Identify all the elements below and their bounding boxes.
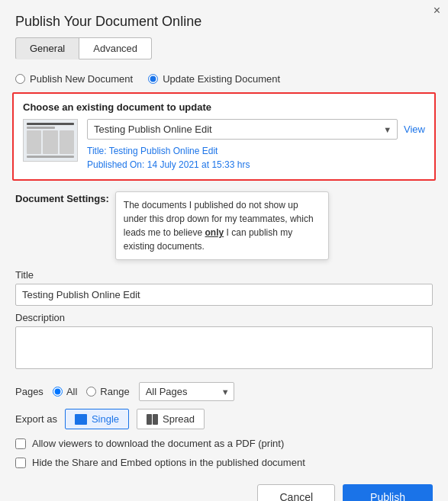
checkbox-hide-row: Hide the Share and Embed options in the … <box>0 453 448 472</box>
tab-general[interactable]: General <box>15 37 79 59</box>
description-field-section: Description <box>0 309 448 374</box>
pages-all-radio[interactable] <box>53 387 63 397</box>
dialog-footer: Cancel Publish <box>0 472 448 501</box>
publish-dialog: × Publish Your Document Online General A… <box>0 0 448 501</box>
doc-thumbnail <box>23 119 78 162</box>
checkbox-hide-label[interactable]: Hide the Share and Embed options in the … <box>32 457 305 468</box>
meta-title: Title: Testing Publish Online Edit <box>87 144 425 158</box>
title-label: Title <box>15 269 433 281</box>
description-input[interactable] <box>15 326 433 369</box>
thumb-line-2 <box>27 127 55 129</box>
pages-row: Pages All Range All Pages Custom Range ▼ <box>0 374 448 404</box>
pages-all-label[interactable]: All <box>53 386 77 397</box>
thumb-line-3 <box>27 156 74 158</box>
cancel-button[interactable]: Cancel <box>257 484 335 501</box>
tab-advanced[interactable]: Advanced <box>79 37 152 59</box>
thumb-line-1 <box>27 123 74 125</box>
radio-new-label[interactable]: Publish New Document <box>15 73 133 85</box>
existing-document-box: Choose an existing document to update <box>12 92 436 181</box>
existing-box-content: Testing Publish Online Edit ▼ View Title… <box>23 119 425 172</box>
existing-box-title: Choose an existing document to update <box>23 101 425 113</box>
doc-meta: Title: Testing Publish Online Edit Publi… <box>87 144 425 172</box>
dialog-title: Publish Your Document Online <box>0 0 448 37</box>
radio-new[interactable] <box>15 74 25 84</box>
radio-existing-label[interactable]: Update Existing Document <box>148 73 280 85</box>
thumb-col-2 <box>43 130 57 154</box>
title-input[interactable] <box>15 284 433 306</box>
thumb-col-1 <box>27 130 41 154</box>
pages-select-wrapper: All Pages Custom Range ▼ <box>139 382 234 401</box>
pages-label: Pages <box>15 386 44 397</box>
doc-select[interactable]: Testing Publish Online Edit <box>87 119 398 140</box>
export-single-button[interactable]: Single <box>65 409 129 429</box>
export-row: Export as Single Spread <box>0 404 448 434</box>
existing-right: Testing Publish Online Edit ▼ View Title… <box>87 119 425 172</box>
title-field-section: Title <box>0 266 448 309</box>
doc-settings: Document Settings: The documents I publi… <box>0 188 448 266</box>
publish-button[interactable]: Publish <box>343 484 433 501</box>
export-label: Export as <box>15 413 57 425</box>
spread-pages-icon <box>147 414 158 425</box>
meta-published: Published On: 14 July 2021 at 15:33 hrs <box>87 158 425 172</box>
doc-settings-header: Document Settings: The documents I publi… <box>15 191 433 260</box>
thumb-block <box>27 130 74 154</box>
checkbox-hide[interactable] <box>15 458 26 468</box>
close-button[interactable]: × <box>433 5 440 17</box>
radio-existing[interactable] <box>148 74 158 84</box>
single-page-icon <box>75 414 87 425</box>
checkbox-pdf-row: Allow viewers to download the document a… <box>0 434 448 453</box>
checkbox-pdf[interactable] <box>15 438 26 449</box>
pages-range-label[interactable]: Range <box>86 386 129 397</box>
export-single-label: Single <box>92 413 119 425</box>
export-spread-button[interactable]: Spread <box>137 409 205 429</box>
tooltip-highlight: only <box>205 227 224 238</box>
checkbox-pdf-label[interactable]: Allow viewers to download the document a… <box>32 438 284 449</box>
radio-row: Publish New Document Update Existing Doc… <box>0 69 448 92</box>
export-spread-label: Spread <box>163 413 195 425</box>
view-link[interactable]: View <box>404 124 425 135</box>
dropdown-row: Testing Publish Online Edit ▼ View <box>87 119 425 140</box>
tabs-row: General Advanced <box>0 37 448 59</box>
doc-select-wrapper: Testing Publish Online Edit ▼ <box>87 119 398 140</box>
pages-select[interactable]: All Pages Custom Range <box>139 382 234 401</box>
doc-settings-label: Document Settings: <box>15 193 109 204</box>
tooltip-box: The documents I published do not show up… <box>115 191 329 260</box>
description-label: Description <box>15 312 433 323</box>
thumb-col-3 <box>60 130 74 154</box>
pages-range-radio[interactable] <box>86 387 96 397</box>
